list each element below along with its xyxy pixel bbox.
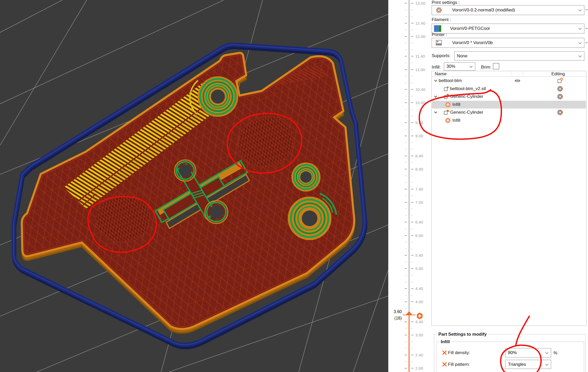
infill-group-title: Infill xyxy=(439,339,451,344)
modifier-icon xyxy=(443,110,449,116)
ruler-major-tick xyxy=(405,155,407,156)
ruler-minor-tick xyxy=(411,50,412,50)
ruler-major-tick xyxy=(411,301,413,302)
ruler-minor-tick xyxy=(405,109,406,110)
ruler-minor-tick xyxy=(405,282,406,282)
tree-row-generic-cylinder[interactable]: Generic-Cylinder xyxy=(432,93,586,100)
object-tree: Name Editing belttool-btmbelttool-btm_v2… xyxy=(431,71,586,326)
print-settings-label: Print settings : xyxy=(432,0,460,5)
fill-pattern-value: Triangles xyxy=(508,362,526,367)
tree-row-infill[interactable]: Infill xyxy=(432,101,586,109)
filament-combo[interactable]: VoronV0-PETGCool xyxy=(432,24,584,33)
ruler-major-tick xyxy=(405,69,407,70)
ruler-major-tick xyxy=(405,368,407,368)
chevron-down-icon xyxy=(469,64,473,69)
slider-track-lower[interactable] xyxy=(409,315,410,372)
ruler-tick-label: 12.00 xyxy=(415,34,425,39)
ruler-major-tick xyxy=(405,189,407,189)
tree-row-infill[interactable]: Infill xyxy=(432,117,586,124)
ruler-minor-tick xyxy=(405,348,406,349)
ruler-major-tick xyxy=(405,202,407,202)
visibility-eye-icon[interactable] xyxy=(514,79,521,83)
tree-row-generic-cylinder[interactable]: Generic-Cylinder xyxy=(432,109,586,116)
ruler-minor-tick xyxy=(411,83,412,83)
printer-label: Printer : xyxy=(432,32,447,37)
printer-icon xyxy=(433,39,442,46)
brim-checkbox[interactable] xyxy=(493,63,499,69)
filament-value: VoronV0-PETGCool xyxy=(450,26,490,31)
ruler-major-tick xyxy=(411,69,413,70)
tree-row-belttool-btm[interactable]: belttool-btm xyxy=(432,77,586,85)
ruler-tick-label: 12.40 xyxy=(415,21,425,25)
object-settings-icon[interactable] xyxy=(557,78,563,84)
ruler-major-tick xyxy=(405,222,407,222)
ruler-minor-tick xyxy=(405,30,406,30)
ruler-minor-tick xyxy=(411,275,412,276)
ruler-minor-tick xyxy=(411,43,412,43)
3d-viewport[interactable] xyxy=(0,0,388,372)
ruler-major-tick xyxy=(405,3,407,3)
ruler-minor-tick xyxy=(405,10,406,10)
ruler-minor-tick xyxy=(405,275,406,276)
ruler-tick-label: 9.40 xyxy=(415,120,423,125)
ruler-minor-tick xyxy=(405,76,406,77)
ruler-minor-tick xyxy=(411,162,412,163)
ruler-minor-tick xyxy=(411,328,412,329)
modifier-icon xyxy=(443,94,449,100)
tree-editing-header: Editing xyxy=(549,71,567,77)
chevron-down-icon xyxy=(545,362,549,367)
modifier-dense-infill-left xyxy=(96,194,150,242)
tree-row-belttool-btm-v2-stl[interactable]: belttool-btm_v2.stl xyxy=(432,85,586,93)
ruler-minor-tick xyxy=(411,182,412,183)
ruler-minor-tick xyxy=(405,242,406,242)
chevron-expanded-icon[interactable] xyxy=(434,96,437,98)
supports-combo[interactable]: None xyxy=(454,51,584,60)
ruler-minor-tick xyxy=(411,249,412,249)
infill-combo[interactable]: 30% xyxy=(444,62,475,71)
ruler-tick-label: 5.40 xyxy=(415,253,423,258)
chevron-expanded-icon[interactable] xyxy=(434,80,437,82)
fill-density-combo[interactable]: 80% xyxy=(505,348,551,357)
ruler-major-tick xyxy=(405,136,407,136)
ruler-major-tick xyxy=(405,268,407,269)
ruler-major-tick xyxy=(411,136,413,136)
ruler-major-tick xyxy=(411,36,413,37)
fill-pattern-label: Fill pattern: xyxy=(448,362,470,367)
ruler-major-tick xyxy=(411,122,413,123)
ruler-minor-tick xyxy=(405,16,406,17)
ruler-minor-tick xyxy=(405,43,406,43)
ruler-minor-tick xyxy=(411,10,412,10)
filament-color-swatch xyxy=(434,25,439,32)
ruler-tick-label: 8.00 xyxy=(415,167,423,171)
ruler-major-tick xyxy=(411,89,413,90)
ruler-minor-tick xyxy=(411,149,412,150)
print-settings-combo[interactable]: VoronV0-0.2-normal3 (modified) xyxy=(432,5,584,15)
ruler-minor-tick xyxy=(411,308,412,309)
printer-combo[interactable]: VoronV0 * VoronV0b xyxy=(432,38,584,48)
ruler-major-tick xyxy=(411,202,413,202)
add-color-change-button[interactable] xyxy=(417,313,423,319)
ruler-major-tick xyxy=(411,235,413,236)
layer-slider[interactable]: 13.0012.4012.0011.4011.0010.4010.009.409… xyxy=(388,0,432,372)
brim-label: Brim: xyxy=(481,65,491,70)
ruler-tick-label: 6.00 xyxy=(415,233,423,238)
ruler-major-tick xyxy=(411,255,413,255)
current-layer-height: 3.60 xyxy=(394,309,402,314)
gear-icon[interactable] xyxy=(557,85,563,92)
ruler-major-tick xyxy=(411,335,413,335)
tree-row-label: Infill xyxy=(452,118,460,123)
gear-icon[interactable] xyxy=(557,93,563,100)
tree-column-separator xyxy=(511,71,511,76)
ruler-major-tick xyxy=(411,321,413,322)
slider-track-upper[interactable] xyxy=(409,0,410,313)
chevron-expanded-icon[interactable] xyxy=(434,111,437,114)
gear-icon[interactable] xyxy=(557,109,563,116)
fill-pattern-combo[interactable]: Triangles xyxy=(505,360,551,369)
slider-track-highlight xyxy=(410,0,410,313)
tree-row-label: Generic-Cylinder xyxy=(450,94,483,99)
ruler-minor-tick xyxy=(411,176,412,176)
ruler-tick-label: 9.00 xyxy=(415,134,423,138)
ruler-major-tick xyxy=(411,23,413,23)
ruler-minor-tick xyxy=(405,249,406,249)
slider-thumb[interactable] xyxy=(406,311,412,315)
